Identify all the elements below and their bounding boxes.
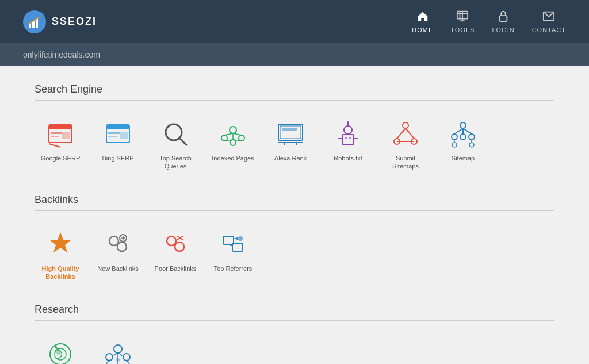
nav-tools[interactable]: TOOLS xyxy=(450,10,475,33)
indexed-pages-label: Indexed Pages xyxy=(212,154,254,162)
tool-top-search-queries[interactable]: Top Search Queries xyxy=(150,112,201,177)
svg-rect-14 xyxy=(51,136,59,137)
svg-point-24 xyxy=(230,127,236,133)
svg-point-88 xyxy=(114,345,122,353)
svg-rect-19 xyxy=(108,132,120,134)
svg-point-53 xyxy=(460,122,466,128)
new-backlinks-label: New Backlinks xyxy=(97,265,139,273)
tool-submit-sitemaps[interactable]: Submit Sitemaps xyxy=(380,112,431,177)
current-url: onlylifetimedeals.com xyxy=(23,50,100,59)
svg-point-89 xyxy=(106,354,113,361)
svg-rect-77 xyxy=(232,243,243,251)
high-quality-backlinks-icon xyxy=(45,228,77,260)
tool-alexa-rank[interactable]: Alexa Rank xyxy=(265,112,316,177)
top-search-queries-icon xyxy=(160,118,192,150)
submit-sitemaps-icon xyxy=(390,118,422,150)
tool-top-referrers[interactable]: Top Referrers xyxy=(207,223,259,287)
svg-point-85 xyxy=(56,350,61,355)
svg-line-51 xyxy=(406,128,414,139)
nav-login-label: LOGIN xyxy=(492,26,514,33)
url-bar: onlylifetimedeals.com xyxy=(0,43,589,66)
svg-line-16 xyxy=(49,144,60,147)
nav-home[interactable]: HOME xyxy=(412,10,433,33)
tool-poor-backlinks[interactable]: Poor Backlinks xyxy=(150,223,201,287)
svg-point-92 xyxy=(116,358,120,362)
svg-point-39 xyxy=(344,126,352,134)
research-divider xyxy=(35,320,554,321)
svg-point-65 xyxy=(109,236,118,246)
tool-indexed-pages[interactable]: Indexed Pages xyxy=(207,112,259,177)
svg-rect-33 xyxy=(278,124,303,140)
svg-rect-76 xyxy=(223,236,234,244)
svg-line-67 xyxy=(117,243,118,244)
svg-marker-64 xyxy=(49,232,71,252)
poor-backlinks-icon xyxy=(160,228,192,260)
svg-rect-15 xyxy=(62,132,70,139)
tool-google-serp[interactable]: Google SERP xyxy=(35,112,86,177)
tool-robots-txt[interactable]: Robots.txt xyxy=(322,112,374,177)
tool-competition[interactable]: Competition xyxy=(92,332,144,364)
svg-rect-35 xyxy=(282,128,297,131)
svg-point-54 xyxy=(452,134,457,140)
tool-keyword-research[interactable]: Keyword Research xyxy=(35,332,86,364)
tool-sitemap[interactable]: Sitemap xyxy=(437,112,489,177)
svg-rect-20 xyxy=(108,136,117,137)
tool-bing-serp[interactable]: Bing SERP xyxy=(92,112,144,177)
svg-rect-9 xyxy=(500,16,507,21)
bing-serp-icon xyxy=(102,118,134,150)
section-research: Research Keyword Research xyxy=(35,304,554,364)
google-serp-icon xyxy=(45,118,77,150)
svg-line-59 xyxy=(463,128,472,134)
sitemap-label: Sitemap xyxy=(452,154,475,162)
svg-point-61 xyxy=(469,143,474,147)
nav-contact[interactable]: CONTACT xyxy=(532,10,566,33)
competition-icon xyxy=(102,338,134,364)
alexa-rank-label: Alexa Rank xyxy=(274,154,307,162)
mail-icon xyxy=(542,10,555,24)
svg-rect-21 xyxy=(120,132,128,139)
section-search-engine-title: Search Engine xyxy=(35,83,554,95)
indexed-pages-icon xyxy=(217,118,249,150)
svg-point-79 xyxy=(238,236,243,241)
svg-point-60 xyxy=(452,143,457,147)
research-tools-grid: Keyword Research Competition xyxy=(35,332,554,364)
home-icon xyxy=(416,10,429,24)
section-divider xyxy=(35,100,554,101)
section-backlinks-title: Backlinks xyxy=(35,194,554,206)
google-serp-label: Google SERP xyxy=(41,154,80,162)
section-backlinks: Backlinks High Quality Backlinks xyxy=(35,194,554,287)
svg-rect-13 xyxy=(51,132,62,134)
svg-line-50 xyxy=(397,128,406,139)
tool-high-quality-backlinks[interactable]: High Quality Backlinks xyxy=(35,223,86,287)
svg-point-26 xyxy=(230,140,236,145)
backlinks-tools-grid: High Quality Backlinks New Backlinks xyxy=(35,223,554,287)
svg-rect-12 xyxy=(49,124,72,129)
section-research-title: Research xyxy=(35,304,554,316)
tool-new-backlinks[interactable]: New Backlinks xyxy=(92,223,144,287)
svg-point-55 xyxy=(460,134,466,140)
new-backlinks-icon xyxy=(102,228,134,260)
bing-serp-label: Bing SERP xyxy=(102,154,133,162)
main-nav: HOME TOOLS LOGIN xyxy=(412,10,566,33)
alexa-rank-icon xyxy=(275,118,307,150)
svg-point-66 xyxy=(117,242,127,251)
logo-area: SSEOZI xyxy=(23,10,97,33)
svg-point-71 xyxy=(167,236,176,246)
svg-point-25 xyxy=(221,135,227,141)
high-quality-backlinks-label: High Quality Backlinks xyxy=(37,265,83,281)
svg-line-28 xyxy=(224,133,233,135)
svg-line-31 xyxy=(224,140,233,141)
logo-text: SSEOZI xyxy=(52,16,97,28)
svg-point-83 xyxy=(50,344,71,364)
submit-sitemaps-label: Submit Sitemaps xyxy=(383,154,429,171)
svg-line-23 xyxy=(179,138,186,145)
svg-rect-45 xyxy=(345,137,347,139)
header: SSEOZI HOME TOOLS xyxy=(0,0,589,43)
nav-home-label: HOME xyxy=(412,26,433,33)
svg-point-87 xyxy=(55,346,57,348)
svg-line-57 xyxy=(454,128,463,134)
nav-login[interactable]: LOGIN xyxy=(492,10,514,33)
top-referrers-label: Top Referrers xyxy=(214,265,253,273)
svg-point-72 xyxy=(175,242,184,251)
svg-point-27 xyxy=(239,135,244,141)
